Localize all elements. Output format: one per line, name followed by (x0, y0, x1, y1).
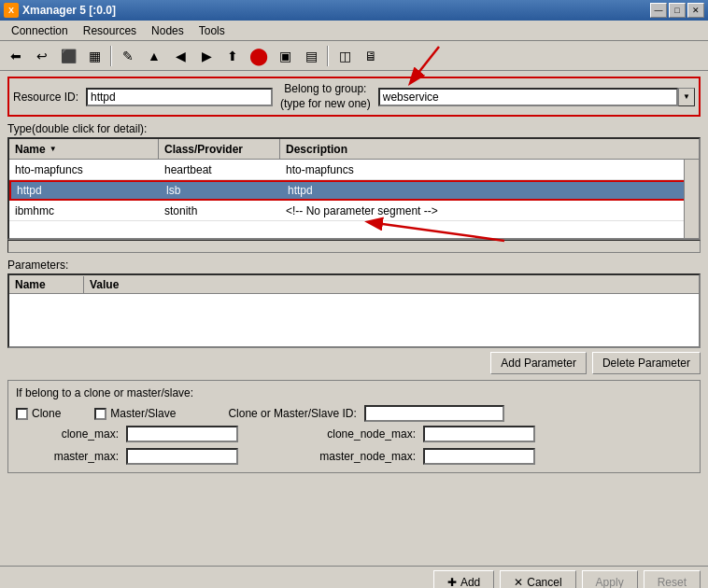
clone-checkbox-label[interactable]: Clone (16, 407, 61, 420)
toolbar-sep-2 (327, 46, 329, 66)
clone-max-input[interactable] (126, 426, 238, 442)
bottom-buttons: ✚ Add ✕ Cancel Apply Reset (0, 566, 708, 588)
toolbar-btn-2[interactable]: ↩ (30, 44, 54, 68)
close-button[interactable]: ✕ (687, 3, 704, 18)
toolbar-btn-9[interactable]: ⬆ (220, 44, 245, 68)
master-max-row: master_max: (16, 448, 238, 465)
add-parameter-button[interactable]: Add Parameter (490, 352, 587, 374)
row3-desc: <!-- No parameter segment --> (280, 203, 699, 219)
clone-right-fields: clone_node_max: master_node_max: (313, 426, 535, 467)
clone-max-row: clone_max: (16, 426, 238, 442)
cancel-button[interactable]: ✕ Cancel (500, 570, 575, 588)
parameters-section: Parameters: Name Value Add Parameter Del… (7, 259, 701, 374)
clone-max-label: clone_max: (16, 427, 119, 441)
toolbar-btn-5[interactable]: ✎ (116, 44, 140, 68)
type-section: Type(double click for detail): Name ▼ Cl… (7, 122, 701, 253)
params-th-name: Name (9, 276, 84, 293)
title-bar-left: X Xmanager 5 [:0.0] (4, 3, 116, 18)
toolbar-sep-1 (110, 46, 112, 66)
clone-section: If belong to a clone or master/slave: Cl… (7, 380, 701, 473)
type-table-scrollbar[interactable] (684, 160, 699, 238)
clone-id-row: Clone or Master/Slave ID: (228, 405, 503, 422)
toolbar-btn-8[interactable]: ▶ (194, 44, 219, 68)
toolbar-btn-6[interactable]: ▲ (142, 44, 166, 68)
params-table-container: Name Value (7, 273, 701, 348)
resource-id-label: Resource ID: (13, 91, 78, 104)
cancel-icon: ✕ (514, 576, 523, 588)
apply-button[interactable]: Apply (582, 570, 638, 588)
clone-checkbox[interactable] (16, 408, 28, 420)
row1-class: heartbeat (159, 161, 280, 178)
title-bar: X Xmanager 5 [:0.0] — □ ✕ (0, 0, 708, 21)
row1-name: hto-mapfuncs (9, 161, 159, 178)
clone-id-input[interactable] (364, 405, 504, 422)
maximize-button[interactable]: □ (669, 3, 686, 18)
clone-left-fields: clone_max: master_max: (16, 426, 238, 467)
master-max-label: master_max: (16, 450, 119, 463)
cancel-button-label: Cancel (527, 576, 561, 588)
th-class-provider[interactable]: Class/Provider (159, 139, 280, 159)
menu-connection[interactable]: Connection (4, 22, 76, 39)
params-btn-row: Add Parameter Delete Parameter (7, 352, 701, 374)
group-input[interactable] (378, 88, 678, 106)
clone-checkboxes-row: Clone Master/Slave Clone or Master/Slave… (16, 405, 692, 422)
group-input-wrap: ▼ (378, 88, 695, 106)
sort-arrow-name: ▼ (50, 145, 57, 153)
th-name[interactable]: Name ▼ (9, 139, 159, 159)
clone-id-label: Clone or Master/Slave ID: (228, 407, 356, 420)
group-dropdown-button[interactable]: ▼ (678, 88, 695, 106)
type-section-label: Type(double click for detail): (7, 122, 701, 135)
type-table-body: hto-mapfuncs heartbeat hto-mapfuncs http… (9, 160, 699, 240)
reset-button[interactable]: Reset (644, 570, 701, 588)
app-icon: X (4, 3, 19, 18)
clone-node-max-label: clone_node_max: (313, 427, 416, 441)
toolbar-btn-11[interactable]: ▣ (273, 44, 297, 68)
toolbar-btn-13[interactable]: ◫ (333, 44, 357, 68)
toolbar: ⬅ ↩ ⬛ ▦ ✎ ▲ ◀ ▶ ⬆ ⬤ ▣ ▤ ◫ 🖥 (0, 41, 708, 71)
params-th-value: Value (84, 276, 699, 293)
toolbar-btn-14[interactable]: 🖥 (359, 44, 383, 68)
add-button[interactable]: ✚ Add (433, 570, 494, 588)
menu-nodes[interactable]: Nodes (144, 22, 191, 39)
clone-fields-group: clone_max: master_max: clone_node_max: m… (16, 426, 692, 467)
row1-desc: hto-mapfuncs (280, 161, 699, 178)
row2-name: httpd (11, 182, 161, 199)
belong-group-label: Belong to group:(type for new one) (280, 82, 371, 111)
clone-node-max-row: clone_node_max: (313, 426, 535, 442)
clone-node-max-input[interactable] (423, 426, 535, 442)
toolbar-btn-12[interactable]: ▤ (299, 44, 323, 68)
th-description[interactable]: Description (280, 139, 699, 159)
add-icon: ✚ (447, 576, 457, 588)
master-slave-checkbox[interactable] (94, 408, 106, 420)
type-table-container: Name ▼ Class/Provider Description hto-ma… (7, 137, 701, 240)
add-button-label: Add (460, 576, 480, 588)
row3-name: ibmhmc (9, 203, 159, 219)
menu-resources[interactable]: Resources (76, 22, 144, 39)
menu-tools[interactable]: Tools (191, 22, 233, 39)
params-table-header: Name Value (9, 275, 699, 294)
master-node-max-row: master_node_max: (313, 448, 535, 465)
master-node-max-input[interactable] (423, 448, 535, 465)
resource-id-input[interactable] (86, 88, 273, 106)
params-table-body (9, 294, 699, 346)
table-row[interactable]: ibmhmc stonith <!-- No parameter segment… (9, 201, 699, 221)
minimize-button[interactable]: — (650, 3, 667, 18)
toolbar-btn-3[interactable]: ⬛ (56, 44, 80, 68)
clone-section-title: If belong to a clone or master/slave: (16, 386, 692, 399)
row3-class: stonith (159, 203, 280, 219)
type-h-scrollbar[interactable] (7, 240, 701, 253)
toolbar-btn-4[interactable]: ▦ (82, 44, 106, 68)
toolbar-btn-7[interactable]: ◀ (168, 44, 192, 68)
table-row[interactable]: httpd lsb httpd (9, 180, 699, 201)
master-max-input[interactable] (126, 448, 238, 465)
window-controls[interactable]: — □ ✕ (650, 3, 704, 18)
toolbar-btn-10[interactable]: ⬤ (247, 44, 271, 68)
main-content: Resource ID: Belong to group:(type for n… (0, 71, 708, 566)
master-slave-checkbox-label[interactable]: Master/Slave (94, 407, 176, 420)
row2-desc: httpd (282, 182, 697, 199)
row2-class: lsb (161, 182, 282, 199)
table-row[interactable]: hto-mapfuncs heartbeat hto-mapfuncs (9, 160, 699, 180)
master-node-max-label: master_node_max: (313, 450, 416, 463)
toolbar-btn-1[interactable]: ⬅ (4, 44, 28, 68)
delete-parameter-button[interactable]: Delete Parameter (592, 352, 701, 374)
